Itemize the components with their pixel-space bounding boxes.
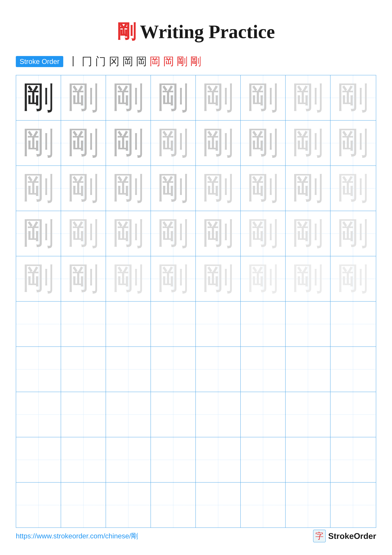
grid-cell: 剛 (330, 256, 375, 301)
grid-cell[interactable] (106, 301, 151, 346)
grid-cell: 剛 (106, 211, 151, 256)
practice-char: 剛 (113, 263, 144, 294)
grid-cell[interactable] (241, 482, 285, 527)
grid-cell: 剛 (106, 166, 151, 211)
grid-row[interactable] (16, 392, 376, 437)
grid-cell[interactable] (241, 301, 285, 346)
grid-cell[interactable] (196, 482, 241, 527)
page: 剛 Writing Practice Stroke Order 丨 冂 门 冈 … (0, 0, 392, 555)
practice-char: 剛 (202, 173, 234, 204)
grid-cell: 剛 (61, 121, 106, 166)
grid-cell[interactable] (106, 392, 151, 437)
grid-cell[interactable] (241, 392, 285, 437)
grid-cell: 剛 (61, 75, 106, 120)
grid-cell[interactable] (61, 482, 106, 527)
practice-char: 剛 (68, 173, 99, 204)
practice-char: 剛 (157, 127, 189, 159)
grid-cell[interactable] (196, 437, 241, 482)
grid-cell[interactable] (151, 347, 196, 392)
grid-cell[interactable] (330, 347, 375, 392)
grid-cell[interactable] (330, 482, 375, 527)
grid-cell[interactable] (61, 392, 106, 437)
practice-char: 剛 (68, 263, 99, 294)
grid-cell[interactable] (151, 437, 196, 482)
grid-row[interactable] (16, 301, 376, 347)
grid-cell[interactable] (106, 482, 151, 527)
practice-char: 剛 (292, 173, 324, 204)
grid-row[interactable] (16, 482, 376, 527)
grid-cell: 剛 (241, 211, 285, 256)
grid-cell[interactable] (196, 392, 241, 437)
grid-cell: 剛 (241, 166, 285, 211)
practice-char: 剛 (23, 173, 54, 204)
grid-cell: 剛 (16, 166, 61, 211)
grid-row: 剛剛剛剛剛剛剛剛 (16, 75, 376, 121)
grid-cell[interactable] (285, 392, 330, 437)
grid-cell: 剛 (241, 121, 285, 166)
grid-cell: 剛 (151, 166, 196, 211)
grid-cell[interactable] (16, 437, 61, 482)
practice-char: 剛 (292, 218, 324, 249)
grid-cell[interactable] (106, 437, 151, 482)
title-chinese: 剛 (117, 21, 136, 42)
practice-char: 剛 (337, 263, 369, 294)
practice-char: 剛 (23, 218, 54, 249)
grid-cell[interactable] (196, 347, 241, 392)
grid-cell[interactable] (61, 437, 106, 482)
practice-char: 剛 (157, 263, 189, 294)
grid-cell[interactable] (196, 301, 241, 346)
stroke-char-1: 丨 (68, 54, 79, 69)
practice-char: 剛 (157, 218, 189, 249)
grid-cell[interactable] (16, 301, 61, 346)
practice-char: 剛 (292, 82, 324, 113)
footer-logo: 字 StrokeOrder (313, 530, 376, 542)
grid-cell[interactable] (16, 392, 61, 437)
practice-char: 剛 (23, 127, 54, 159)
practice-char: 剛 (68, 127, 99, 159)
grid-cell[interactable] (241, 437, 285, 482)
grid-row[interactable] (16, 347, 376, 392)
grid-cell[interactable] (285, 301, 330, 346)
grid-cell[interactable] (241, 347, 285, 392)
footer-logo-text: StrokeOrder (328, 531, 376, 541)
grid-cell: 剛 (285, 121, 330, 166)
practice-char: 剛 (113, 218, 144, 249)
grid-cell[interactable] (151, 482, 196, 527)
grid-cell: 剛 (330, 211, 375, 256)
footer-url[interactable]: https://www.strokeorder.com/chinese/剛 (16, 531, 138, 541)
grid-cell: 剛 (151, 121, 196, 166)
practice-char: 剛 (113, 173, 144, 204)
grid-cell[interactable] (16, 347, 61, 392)
grid-cell[interactable] (330, 301, 375, 346)
grid-cell[interactable] (285, 482, 330, 527)
grid-cell: 剛 (106, 121, 151, 166)
practice-char: 剛 (247, 82, 279, 113)
stroke-char-9: 剛 (177, 54, 187, 69)
practice-char: 剛 (202, 218, 234, 249)
grid-cell[interactable] (61, 347, 106, 392)
stroke-order-badge: Stroke Order (16, 56, 63, 67)
practice-char: 剛 (247, 263, 279, 294)
practice-char: 剛 (23, 263, 54, 294)
grid-cell: 剛 (196, 211, 241, 256)
grid-cell[interactable] (16, 482, 61, 527)
practice-char: 剛 (337, 218, 369, 249)
grid-cell[interactable] (61, 301, 106, 346)
grid-cell[interactable] (151, 392, 196, 437)
practice-char: 剛 (113, 82, 144, 113)
grid-cell: 剛 (106, 75, 151, 120)
grid-cell: 剛 (285, 75, 330, 120)
grid-cell: 剛 (241, 256, 285, 301)
practice-char: 剛 (23, 82, 54, 113)
grid-cell: 剛 (151, 211, 196, 256)
practice-char: 剛 (157, 173, 189, 204)
grid-cell: 剛 (16, 75, 61, 120)
grid-cell[interactable] (330, 392, 375, 437)
grid-cell[interactable] (330, 437, 375, 482)
grid-cell[interactable] (285, 347, 330, 392)
grid-cell[interactable] (285, 437, 330, 482)
practice-char: 剛 (292, 127, 324, 159)
grid-row[interactable] (16, 437, 376, 482)
grid-cell[interactable] (151, 301, 196, 346)
grid-cell[interactable] (106, 347, 151, 392)
